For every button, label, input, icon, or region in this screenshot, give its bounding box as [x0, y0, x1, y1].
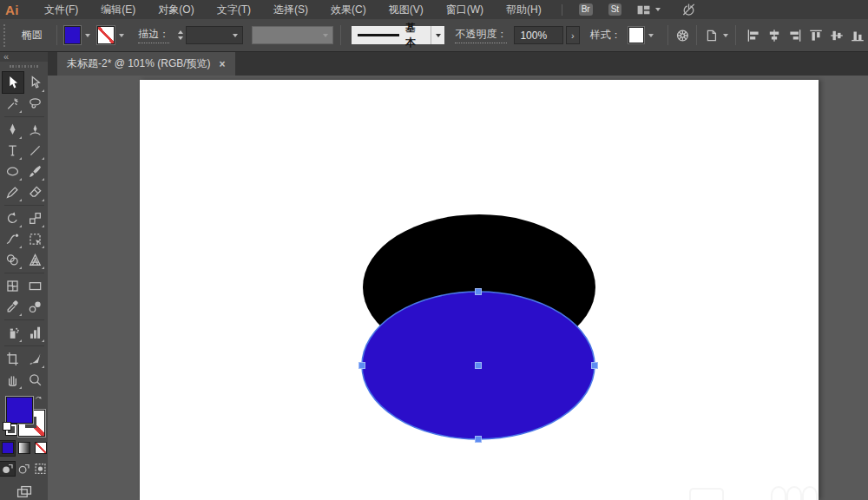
none-button[interactable]	[33, 441, 48, 456]
selection-handle[interactable]	[359, 363, 365, 369]
eyedropper-tool-icon	[5, 299, 20, 314]
curvature-tool-icon	[28, 122, 43, 137]
symbol-sprayer-tool[interactable]	[3, 322, 23, 343]
toolbar-grip-handle[interactable]	[10, 65, 39, 69]
brush-definition-combobox[interactable]: 基本	[352, 26, 431, 44]
artboard-tool[interactable]	[3, 348, 23, 369]
selection-tool[interactable]	[3, 72, 23, 93]
watermark	[771, 486, 786, 500]
eraser-tool[interactable]	[25, 181, 46, 202]
eyedropper-tool[interactable]	[3, 296, 23, 317]
menu-item-5[interactable]: 效果(C)	[319, 0, 378, 19]
gradient-button[interactable]	[16, 441, 31, 456]
style-label: 样式：	[590, 28, 621, 43]
opacity-label[interactable]: 不透明度：	[455, 27, 507, 43]
document-tab-title: 未标题-2* @ 101% (RGB/预览)	[67, 56, 211, 71]
graphic-style-swatch[interactable]	[628, 27, 644, 43]
opacity-input[interactable]: 100%	[514, 26, 562, 44]
document-setup-icon[interactable]	[704, 28, 719, 43]
menu-item-6[interactable]: 视图(V)	[378, 0, 435, 19]
blend-tool[interactable]	[25, 296, 46, 317]
style-chevron-down-icon[interactable]	[648, 34, 654, 37]
symbol-sprayer-tool-icon	[5, 326, 20, 340]
artboard[interactable]	[140, 80, 819, 500]
mesh-tool[interactable]	[3, 275, 23, 296]
stroke-color-swatch[interactable]	[97, 26, 115, 44]
scale-tool[interactable]	[25, 207, 46, 228]
align-right-button[interactable]	[787, 28, 803, 43]
align-top-button[interactable]	[808, 28, 824, 43]
menu-item-0[interactable]: 文件(F)	[33, 0, 89, 19]
menu-item-1[interactable]: 编辑(E)	[89, 0, 147, 19]
paintbrush-tool[interactable]	[25, 161, 46, 181]
draw-behind-button[interactable]	[16, 462, 31, 476]
swap-fill-stroke-icon[interactable]	[34, 394, 45, 405]
document-tab[interactable]: 未标题-2* @ 101% (RGB/预览) ×	[57, 52, 235, 76]
sync-disabled-icon[interactable]	[681, 3, 696, 17]
shaper-tool[interactable]	[3, 181, 23, 202]
shape-builder-tool[interactable]	[3, 249, 23, 270]
selection-handle[interactable]	[476, 289, 482, 295]
color-type-buttons	[0, 441, 48, 456]
menu-item-7[interactable]: 窗口(W)	[435, 0, 495, 19]
width-tool-icon	[5, 232, 20, 247]
pen-tool[interactable]	[3, 119, 23, 140]
direct-selection-tool[interactable]	[25, 72, 46, 93]
controlbar-grip-handle[interactable]	[3, 24, 8, 47]
opacity-expand-button[interactable]: ›	[566, 26, 580, 44]
draw-inside-button[interactable]	[33, 462, 48, 476]
lasso-tool[interactable]	[25, 93, 46, 114]
align-left-button[interactable]	[746, 28, 761, 43]
workspace-switcher-icon[interactable]	[636, 3, 651, 17]
stroke-weight-combobox[interactable]	[186, 26, 243, 44]
workspace-chevron-down-icon[interactable]	[655, 8, 661, 11]
align-bottom-button[interactable]	[850, 28, 865, 43]
default-fill-stroke-icon[interactable]	[3, 422, 16, 435]
type-tool[interactable]	[3, 140, 23, 161]
fill-color-swatch[interactable]	[64, 26, 82, 44]
free-transform-tool[interactable]	[25, 228, 46, 249]
selection-handle[interactable]	[476, 437, 482, 443]
blend-tool-icon	[28, 299, 43, 314]
menu-item-4[interactable]: 选择(S)	[262, 0, 319, 19]
screen-mode-icon[interactable]	[16, 485, 32, 500]
hand-tool[interactable]	[3, 369, 23, 390]
menu-item-2[interactable]: 对象(O)	[147, 0, 205, 19]
selection-handle[interactable]	[592, 363, 598, 369]
menubar: Ai 文件(F)编辑(E)对象(O)文字(T)选择(S)效果(C)视图(V)窗口…	[0, 0, 868, 19]
draw-normal-button[interactable]	[0, 462, 15, 476]
column-graph-tool[interactable]	[25, 322, 46, 343]
watermark	[802, 486, 818, 500]
tab-close-icon[interactable]: ×	[220, 58, 226, 70]
fill-chevron-down-icon[interactable]	[85, 34, 90, 37]
zoom-tool[interactable]	[25, 369, 46, 390]
align-v-center-button[interactable]	[829, 28, 845, 43]
bridge-button[interactable]: Br	[579, 3, 593, 16]
rotate-tool[interactable]	[3, 207, 23, 228]
stroke-weight-stepper[interactable]	[178, 30, 183, 40]
stroke-chevron-down-icon[interactable]	[119, 34, 124, 37]
gradient-tool[interactable]	[25, 275, 46, 296]
stroke-weight-label[interactable]: 描边：	[138, 27, 169, 43]
slice-tool[interactable]	[25, 348, 46, 369]
ellipse-tool[interactable]	[3, 161, 23, 181]
perspective-grid-tool[interactable]	[25, 249, 46, 270]
color-button[interactable]	[0, 441, 15, 456]
brush-definition-chevron-button[interactable]	[431, 26, 444, 44]
magic-wand-tool[interactable]	[3, 93, 23, 114]
line-tool[interactable]	[25, 140, 46, 161]
menu-item-8[interactable]: 帮助(H)	[495, 0, 553, 19]
center-anchor-handle[interactable]	[476, 363, 482, 369]
document-setup-chevron-down-icon[interactable]	[723, 34, 728, 37]
menu-item-3[interactable]: 文字(T)	[206, 0, 262, 19]
width-tool[interactable]	[3, 228, 23, 249]
fill-indicator-swatch[interactable]	[6, 397, 33, 424]
curvature-tool[interactable]	[25, 119, 46, 140]
align-h-center-button[interactable]	[766, 28, 782, 43]
artwork[interactable]	[140, 80, 819, 500]
recolor-artwork-icon[interactable]	[675, 28, 690, 43]
stock-button[interactable]: St	[608, 3, 621, 16]
lasso-tool-icon	[28, 96, 43, 111]
toolbar-collapse-button[interactable]: «	[0, 52, 48, 62]
canvas-area[interactable]	[48, 76, 868, 500]
